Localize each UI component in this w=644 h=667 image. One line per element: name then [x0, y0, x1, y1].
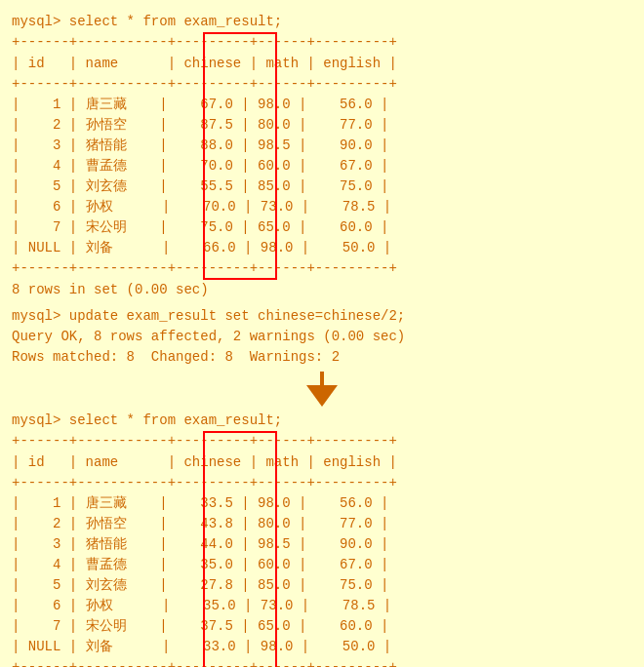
table2-header: | id | name | chinese | math | english | [12, 452, 397, 473]
table1-row7: | 7 | 宋公明 | 75.0 | 65.0 | 60.0 | [12, 217, 397, 238]
table2-row-null: | NULL | 刘备 | 33.0 | 98.0 | 50.0 | [12, 637, 397, 657]
table2-wrapper: +------+-----------+---------+------+---… [12, 431, 397, 667]
query-ok: Query OK, 8 rows affected, 2 warnings (0… [12, 327, 632, 347]
table2-row2: | 2 | 孙悟空 | 43.8 | 80.0 | 77.0 | [12, 514, 397, 534]
table1-divider-mid: +------+-----------+---------+------+---… [12, 74, 397, 96]
table1-row4: | 4 | 曹孟德 | 70.0 | 60.0 | 67.0 | [12, 156, 397, 177]
table1-divider-top: +------+-----------+---------+------+---… [12, 32, 397, 54]
table2-row3: | 3 | 猪悟能 | 44.0 | 98.5 | 90.0 | [12, 534, 397, 555]
table2-row5: | 5 | 刘玄德 | 27.8 | 85.0 | 75.0 | [12, 575, 397, 596]
table2-row4: | 4 | 曹孟德 | 35.0 | 60.0 | 67.0 | [12, 555, 397, 575]
table2-divider-top: +------+-----------+---------+------+---… [12, 431, 397, 452]
table1-divider-bot: +------+-----------+---------+------+---… [12, 258, 397, 280]
table1-header: | id | name | chinese | math | english | [12, 54, 397, 74]
section2: mysql> update exam_result set chinese=ch… [12, 306, 632, 368]
arrow-container [12, 372, 632, 407]
rowcount1: 8 rows in set (0.00 sec) [12, 280, 632, 300]
table2-row1: | 1 | 唐三藏 | 33.5 | 98.0 | 56.0 | [12, 493, 397, 514]
section3: mysql> select * from exam_result; +-----… [12, 411, 632, 667]
table1-row3: | 3 | 猪悟能 | 88.0 | 98.5 | 90.0 | [12, 136, 397, 156]
table1-row2: | 2 | 孙悟空 | 87.5 | 80.0 | 77.0 | [12, 115, 397, 136]
table2-divider-bot: +------+-----------+---------+------+---… [12, 657, 397, 667]
terminal: mysql> select * from exam_result; +-----… [8, 8, 636, 667]
table1-row-null: | NULL | 刘备 | 66.0 | 98.0 | 50.0 | [12, 238, 397, 258]
table2-divider-mid: +------+-----------+---------+------+---… [12, 473, 397, 494]
update-prompt: mysql> update exam_result set chinese=ch… [12, 306, 632, 327]
table1-row6: | 6 | 孙权 | 70.0 | 73.0 | 78.5 | [12, 197, 397, 217]
table1-wrapper: +------+-----------+---------+------+---… [12, 32, 397, 280]
table2-row7: | 7 | 宋公明 | 37.5 | 65.0 | 60.0 | [12, 616, 397, 637]
prompt3: mysql> select * from exam_result; [12, 411, 632, 431]
table2-row6: | 6 | 孙权 | 35.0 | 73.0 | 78.5 | [12, 596, 397, 616]
table1-row1: | 1 | 唐三藏 | 67.0 | 98.0 | 56.0 | [12, 95, 397, 115]
prompt1: mysql> select * from exam_result; [12, 12, 632, 32]
arrow-down-icon [306, 372, 338, 407]
table1-row5: | 5 | 刘玄德 | 55.5 | 85.0 | 75.0 | [12, 177, 397, 197]
section1: mysql> select * from exam_result; +-----… [12, 12, 632, 300]
rows-matched: Rows matched: 8 Changed: 8 Warnings: 2 [12, 347, 632, 368]
